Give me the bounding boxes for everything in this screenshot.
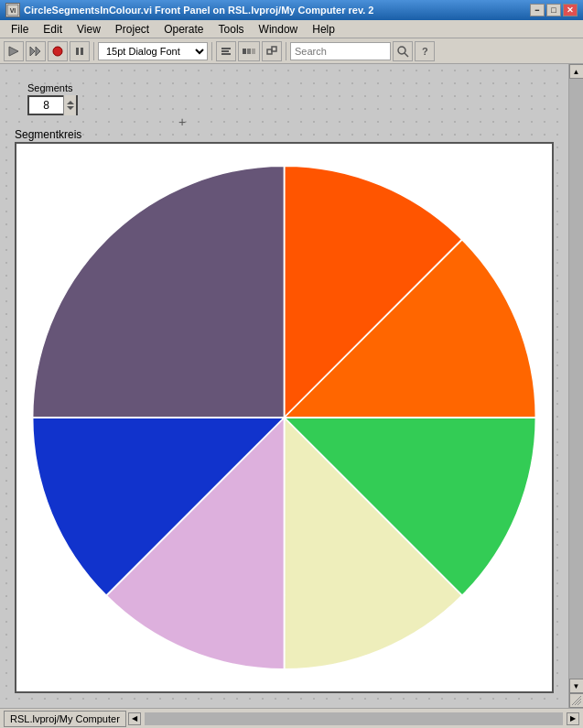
- title-controls: − □ ✕: [530, 4, 578, 16]
- menu-tools[interactable]: Tools: [211, 21, 252, 38]
- svg-text:VI: VI: [10, 7, 16, 14]
- distribute-button[interactable]: [238, 41, 260, 61]
- menu-help[interactable]: Help: [305, 21, 342, 38]
- font-selector[interactable]: 15pt Dialog Font: [98, 42, 208, 60]
- segmentkreis-label: Segmentkreis: [15, 128, 81, 141]
- menu-file[interactable]: File: [4, 21, 36, 38]
- toolbar-separator-3: [286, 42, 286, 60]
- svg-marker-2: [9, 47, 18, 56]
- svg-rect-11: [243, 49, 246, 54]
- search-input[interactable]: [290, 42, 391, 60]
- title-text: CircleSegmentsInColour.vi Front Panel on…: [24, 5, 373, 16]
- segments-input[interactable]: 8: [27, 95, 78, 115]
- menu-window[interactable]: Window: [252, 21, 306, 38]
- resize-corner[interactable]: [569, 693, 584, 708]
- pause-button[interactable]: [70, 41, 90, 61]
- svg-text:?: ?: [422, 46, 428, 57]
- menu-view[interactable]: View: [70, 21, 108, 38]
- segments-value: 8: [29, 99, 63, 112]
- svg-rect-8: [221, 48, 231, 49]
- main-area: Segments 8 + Segmentkreis: [0, 64, 583, 708]
- right-scrollbar: ▲ ▼: [568, 64, 583, 708]
- title-icon: VI: [5, 3, 20, 17]
- toolbar-separator-2: [211, 42, 212, 60]
- segments-label: Segments: [27, 82, 78, 93]
- panel-area: Segments 8 + Segmentkreis: [0, 64, 568, 708]
- title-bar-left: VI CircleSegmentsInColour.vi Front Panel…: [5, 3, 373, 17]
- pie-segment-7: [33, 166, 285, 418]
- run-arrow-button[interactable]: [4, 41, 24, 61]
- svg-marker-20: [67, 106, 74, 110]
- svg-rect-13: [252, 49, 255, 54]
- menu-edit[interactable]: Edit: [36, 21, 70, 38]
- help-button[interactable]: ?: [415, 41, 435, 61]
- toolbar: 15pt Dialog Font ?: [0, 38, 583, 64]
- menu-bar: File Edit View Project Operate Tools Win…: [0, 20, 583, 38]
- toolbar-separator-1: [93, 42, 94, 60]
- pie-chart: [16, 144, 552, 691]
- panel-content: Segments 8 + Segmentkreis: [0, 64, 568, 708]
- scroll-track-vertical[interactable]: [569, 79, 584, 679]
- status-scroll-right[interactable]: ▶: [567, 712, 579, 725]
- svg-rect-12: [247, 49, 251, 54]
- segments-arrow[interactable]: [63, 95, 76, 115]
- svg-rect-10: [221, 53, 231, 55]
- svg-rect-6: [76, 48, 79, 55]
- chart-container: [15, 142, 554, 693]
- align-button[interactable]: [216, 41, 236, 61]
- svg-point-5: [53, 47, 62, 56]
- scroll-down-button[interactable]: ▼: [569, 679, 584, 693]
- svg-rect-15: [272, 47, 276, 51]
- svg-point-16: [398, 47, 405, 54]
- svg-marker-19: [67, 101, 74, 104]
- search-button[interactable]: [393, 41, 413, 61]
- run-arrow2-button[interactable]: [26, 41, 46, 61]
- menu-operate[interactable]: Operate: [157, 21, 211, 38]
- close-button[interactable]: ✕: [563, 4, 578, 16]
- svg-marker-3: [30, 47, 35, 56]
- status-scroll-track[interactable]: [145, 712, 563, 725]
- svg-line-17: [405, 53, 408, 57]
- svg-rect-9: [221, 50, 229, 52]
- svg-marker-4: [36, 47, 40, 56]
- title-bar: VI CircleSegmentsInColour.vi Front Panel…: [0, 0, 583, 20]
- svg-rect-7: [81, 48, 83, 55]
- minimize-button[interactable]: −: [530, 4, 545, 16]
- stop-button[interactable]: [48, 41, 68, 61]
- segments-control: Segments 8: [27, 82, 78, 115]
- scroll-up-button[interactable]: ▲: [569, 64, 584, 79]
- maximize-button[interactable]: □: [546, 4, 561, 16]
- project-status-item[interactable]: RSL.lvproj/My Computer: [4, 711, 126, 727]
- status-scroll-left[interactable]: ◀: [128, 712, 141, 725]
- menu-project[interactable]: Project: [108, 21, 157, 38]
- status-bar: RSL.lvproj/My Computer ◀ ▶: [0, 708, 583, 728]
- resize-button[interactable]: [262, 41, 282, 61]
